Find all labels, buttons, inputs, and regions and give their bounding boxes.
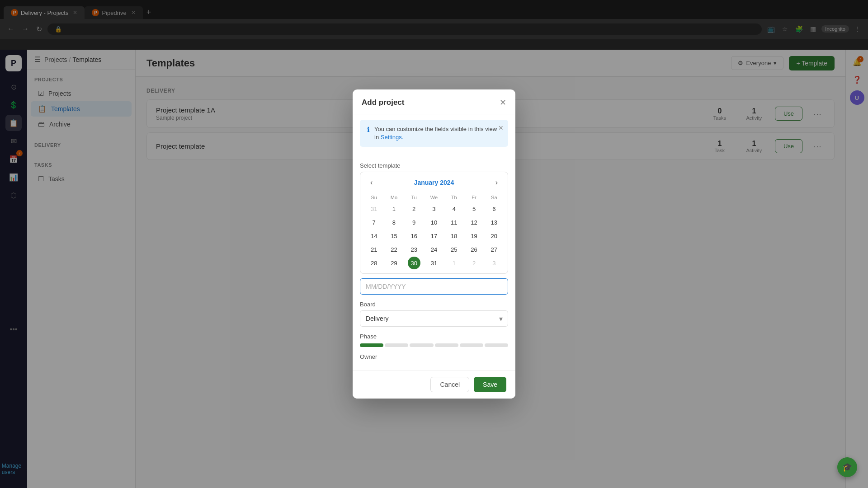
- cal-day-16[interactable]: 16: [408, 230, 420, 242]
- cal-day-2[interactable]: 2: [408, 202, 420, 215]
- board-label: Board: [360, 301, 508, 308]
- info-banner-close[interactable]: ✕: [498, 124, 504, 131]
- cal-day-24[interactable]: 24: [428, 243, 440, 256]
- calendar-header: ‹ January 2024 ›: [360, 172, 508, 193]
- phase-segment-1[interactable]: [360, 343, 383, 347]
- day-mo: Mo: [384, 193, 404, 202]
- modal-footer: Cancel Save: [353, 370, 515, 399]
- modal-close-button[interactable]: ✕: [500, 98, 506, 108]
- cal-day-17[interactable]: 17: [428, 230, 440, 242]
- day-tu: Tu: [404, 193, 424, 202]
- cal-day-29[interactable]: 29: [387, 257, 400, 269]
- phase-segment-6[interactable]: [485, 343, 508, 347]
- calendar-grid: Su Mo Tu We Th Fr Sa 31 1 2 3 4: [360, 193, 508, 273]
- cal-day-14[interactable]: 14: [368, 230, 380, 242]
- calendar-next-button[interactable]: ›: [492, 177, 501, 188]
- cal-day-22[interactable]: 22: [387, 243, 400, 256]
- day-su: Su: [364, 193, 384, 202]
- day-sa: Sa: [484, 193, 504, 202]
- cal-day-2-next[interactable]: 2: [468, 257, 481, 269]
- cal-day-28[interactable]: 28: [368, 257, 380, 269]
- phase-segment-5[interactable]: [460, 343, 483, 347]
- cal-week-3: 14 15 16 17 18 19 20: [364, 229, 504, 243]
- phase-label: Phase: [360, 333, 508, 340]
- calendar-container: ‹ January 2024 › Su Mo Tu We Th Fr Sa: [360, 172, 508, 274]
- day-th: Th: [444, 193, 464, 202]
- cal-day-1[interactable]: 1: [387, 202, 400, 215]
- board-select-wrap: Delivery: [360, 310, 508, 327]
- cal-day-31[interactable]: 31: [428, 257, 440, 269]
- phase-bar: [360, 343, 508, 347]
- cal-day-5[interactable]: 5: [468, 202, 481, 215]
- cal-day-15[interactable]: 15: [387, 230, 400, 242]
- phase-segment-3[interactable]: [410, 343, 433, 347]
- info-banner-text: You can customize the fields visible in …: [374, 125, 501, 141]
- cal-day-30-selected[interactable]: 30: [408, 257, 420, 269]
- modal-header: Add project ✕: [353, 89, 515, 114]
- cal-day-26[interactable]: 26: [468, 243, 481, 256]
- select-template-label: Select template: [360, 162, 508, 169]
- cal-day-23[interactable]: 23: [408, 243, 420, 256]
- cal-day-13[interactable]: 13: [488, 216, 500, 229]
- day-fr: Fr: [464, 193, 484, 202]
- info-banner: ℹ You can customize the fields visible i…: [360, 120, 508, 147]
- cal-day-8[interactable]: 8: [387, 216, 400, 229]
- date-input[interactable]: [360, 278, 508, 295]
- cal-week-5: 28 29 30 31 1 2 3: [364, 256, 504, 270]
- cal-week-2: 7 8 9 10 11 12 13: [364, 216, 504, 229]
- phase-segment-2[interactable]: [385, 343, 408, 347]
- add-project-modal: Add project ✕ ℹ You can customize the fi…: [353, 89, 515, 399]
- board-select[interactable]: Delivery: [360, 310, 508, 327]
- cal-day-10[interactable]: 10: [428, 216, 440, 229]
- calendar-week-header: Su Mo Tu We Th Fr Sa: [364, 193, 504, 202]
- help-fab-icon: 🎓: [842, 462, 852, 472]
- day-we: We: [424, 193, 444, 202]
- cal-day-6[interactable]: 6: [488, 202, 500, 215]
- modal-body: Select template ‹ January 2024 › Su Mo T…: [353, 152, 515, 370]
- cal-day-20[interactable]: 20: [488, 230, 500, 242]
- owner-label: Owner: [360, 353, 508, 360]
- cal-day-31-prev[interactable]: 31: [368, 202, 380, 215]
- cal-week-1: 31 1 2 3 4 5 6: [364, 202, 504, 216]
- help-fab-button[interactable]: 🎓: [837, 457, 857, 477]
- info-banner-icon: ℹ: [367, 126, 370, 134]
- cal-day-18[interactable]: 18: [448, 230, 460, 242]
- cancel-button[interactable]: Cancel: [430, 377, 469, 392]
- cal-day-11[interactable]: 11: [448, 216, 460, 229]
- cal-day-19[interactable]: 19: [468, 230, 481, 242]
- calendar-month-label: January 2024: [414, 179, 454, 186]
- cal-day-3-next[interactable]: 3: [488, 257, 500, 269]
- cal-week-4: 21 22 23 24 25 26 27: [364, 243, 504, 256]
- cal-day-9[interactable]: 9: [408, 216, 420, 229]
- cal-day-21[interactable]: 21: [368, 243, 380, 256]
- cal-day-7[interactable]: 7: [368, 216, 380, 229]
- phase-segment-4[interactable]: [435, 343, 458, 347]
- modal-title: Add project: [362, 98, 404, 107]
- save-button[interactable]: Save: [474, 377, 506, 392]
- cal-day-25[interactable]: 25: [448, 243, 460, 256]
- cal-day-4[interactable]: 4: [448, 202, 460, 215]
- settings-link[interactable]: Settings.: [381, 134, 404, 141]
- calendar-prev-button[interactable]: ‹: [367, 177, 376, 188]
- cal-day-12[interactable]: 12: [468, 216, 481, 229]
- cal-day-27[interactable]: 27: [488, 243, 500, 256]
- cal-day-3[interactable]: 3: [428, 202, 440, 215]
- modal-overlay[interactable]: Add project ✕ ℹ You can customize the fi…: [0, 0, 868, 488]
- cal-day-1-next[interactable]: 1: [448, 257, 460, 269]
